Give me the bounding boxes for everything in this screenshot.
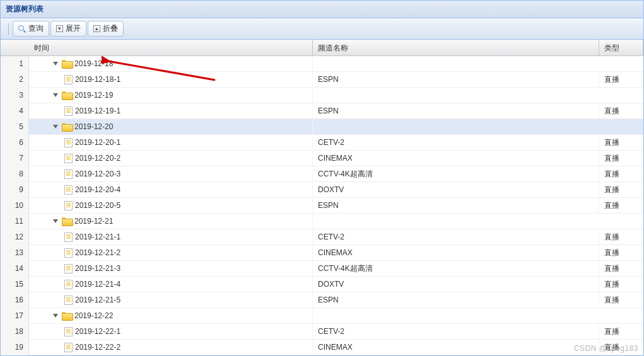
cell-channel: ESPN xyxy=(313,198,599,214)
collapse-button[interactable]: ▴ 折叠 xyxy=(88,21,124,37)
cell-time: 2019-12-19 xyxy=(29,88,313,103)
grid-body[interactable]: 12019-12-1822019-12-18-1ESPN直播32019-12-1… xyxy=(1,56,643,356)
table-row[interactable]: 142019-12-21-3CCTV-4K超高清直播 xyxy=(1,261,643,277)
cell-type: 直播 xyxy=(599,277,643,292)
cell-type: 直播 xyxy=(599,198,643,214)
expand-toggle-icon[interactable] xyxy=(53,93,58,97)
file-icon xyxy=(64,233,73,242)
row-number: 4 xyxy=(1,103,29,119)
table-row[interactable]: 52019-12-20 xyxy=(1,119,643,135)
expand-label: 展开 xyxy=(66,23,81,34)
expand-button[interactable]: ▾ 展开 xyxy=(50,21,86,37)
header-time[interactable]: 时间 xyxy=(29,40,313,56)
cell-time: 2019-12-20-1 xyxy=(29,135,313,151)
table-row[interactable]: 102019-12-20-5ESPN直播 xyxy=(1,198,643,214)
header-type[interactable]: 类型 xyxy=(599,40,643,56)
node-label: 2019-12-19-1 xyxy=(75,103,120,119)
folder-icon xyxy=(62,60,72,67)
row-number: 15 xyxy=(1,277,29,292)
cell-time: 2019-12-20 xyxy=(29,119,313,135)
cell-channel: CCTV-4K超高清 xyxy=(313,166,599,182)
file-icon xyxy=(64,296,73,305)
node-label: 2019-12-18-1 xyxy=(75,72,120,88)
cell-time: 2019-12-22-1 xyxy=(29,324,313,340)
cell-channel: DOXTV xyxy=(313,182,599,198)
table-row[interactable]: 192019-12-22-2CINEMAX直播 xyxy=(1,340,643,355)
cell-channel: CINEMAX xyxy=(313,340,599,355)
row-number: 16 xyxy=(1,292,29,308)
table-row[interactable]: 72019-12-20-2CINEMAX直播 xyxy=(1,151,643,166)
toolbar: 查询 ▾ 展开 ▴ 折叠 xyxy=(1,18,643,40)
row-number: 1 xyxy=(1,56,29,72)
file-icon xyxy=(64,343,73,352)
file-icon xyxy=(64,185,73,195)
node-label: 2019-12-21-3 xyxy=(75,261,120,277)
file-icon xyxy=(64,280,73,289)
query-button[interactable]: 查询 xyxy=(13,21,49,37)
table-row[interactable]: 132019-12-21-2CINEMAX直播 xyxy=(1,245,643,261)
node-label: 2019-12-22-2 xyxy=(75,340,120,355)
node-label: 2019-12-22 xyxy=(74,308,113,324)
node-label: 2019-12-21-2 xyxy=(75,245,120,261)
node-label: 2019-12-21-1 xyxy=(75,229,120,245)
cell-time: 2019-12-20-5 xyxy=(29,198,313,214)
query-label: 查询 xyxy=(28,23,44,34)
file-icon xyxy=(64,169,73,179)
cell-type: 直播 xyxy=(599,261,643,277)
folder-icon xyxy=(62,123,72,130)
cell-time: 2019-12-21-2 xyxy=(29,245,313,261)
collapse-label: 折叠 xyxy=(103,23,118,34)
grid-header: 时间 频道名称 类型 xyxy=(1,40,643,56)
expand-toggle-icon[interactable] xyxy=(53,125,58,129)
cell-time: 2019-12-21-3 xyxy=(29,261,313,277)
toolbar-separator xyxy=(8,23,9,35)
node-label: 2019-12-20-1 xyxy=(75,135,120,151)
row-number: 17 xyxy=(1,308,29,324)
table-row[interactable]: 182019-12-22-1CETV-2直播 xyxy=(1,324,643,340)
table-row[interactable]: 92019-12-20-4DOXTV直播 xyxy=(1,182,643,198)
table-row[interactable]: 82019-12-20-3CCTV-4K超高清直播 xyxy=(1,166,643,182)
file-icon xyxy=(64,106,73,116)
table-row[interactable]: 122019-12-21-1CETV-2直播 xyxy=(1,229,643,245)
cell-type: 直播 xyxy=(599,135,643,151)
node-label: 2019-12-22-1 xyxy=(75,324,120,340)
cell-type: 直播 xyxy=(599,103,643,119)
file-icon xyxy=(64,264,73,273)
cell-type: 直播 xyxy=(599,245,643,261)
table-row[interactable]: 112019-12-21 xyxy=(1,214,643,229)
node-label: 2019-12-18 xyxy=(74,56,113,72)
row-number: 3 xyxy=(1,88,29,103)
table-row[interactable]: 32019-12-19 xyxy=(1,88,643,103)
cell-time: 2019-12-18-1 xyxy=(29,72,313,88)
header-channel[interactable]: 频道名称 xyxy=(313,40,599,56)
file-icon xyxy=(64,138,73,147)
table-row[interactable]: 22019-12-18-1ESPN直播 xyxy=(1,72,643,88)
table-row[interactable]: 42019-12-19-1ESPN直播 xyxy=(1,103,643,119)
cell-time: 2019-12-22 xyxy=(29,308,313,324)
cell-channel: CCTV-4K超高清 xyxy=(313,261,599,277)
expand-toggle-icon[interactable] xyxy=(53,314,58,318)
resource-tree-panel: 资源树列表 查询 ▾ 展开 ▴ 折叠 时间 频道名称 类型 12019-12-1… xyxy=(0,0,644,356)
cell-channel: DOXTV xyxy=(313,277,599,292)
table-row[interactable]: 62019-12-20-1CETV-2直播 xyxy=(1,135,643,151)
panel-title: 资源树列表 xyxy=(1,1,643,18)
row-number: 7 xyxy=(1,151,29,166)
row-number: 6 xyxy=(1,135,29,151)
row-number: 18 xyxy=(1,324,29,340)
table-row[interactable]: 12019-12-18 xyxy=(1,56,643,72)
expand-toggle-icon[interactable] xyxy=(53,219,58,223)
table-row[interactable]: 152019-12-21-4DOXTV直播 xyxy=(1,277,643,292)
node-label: 2019-12-20-2 xyxy=(75,151,120,166)
table-row[interactable]: 162019-12-21-5ESPN直播 xyxy=(1,292,643,308)
row-number: 14 xyxy=(1,261,29,277)
cell-time: 2019-12-21-4 xyxy=(29,277,313,292)
expand-icon: ▾ xyxy=(56,25,63,32)
cell-channel: ESPN xyxy=(313,103,599,119)
folder-icon xyxy=(62,217,72,225)
file-icon xyxy=(64,327,73,336)
folder-icon xyxy=(62,91,72,99)
expand-toggle-icon[interactable] xyxy=(53,62,58,66)
table-row[interactable]: 172019-12-22 xyxy=(1,308,643,324)
cell-time: 2019-12-21-5 xyxy=(29,292,313,308)
cell-type: 直播 xyxy=(599,324,643,340)
